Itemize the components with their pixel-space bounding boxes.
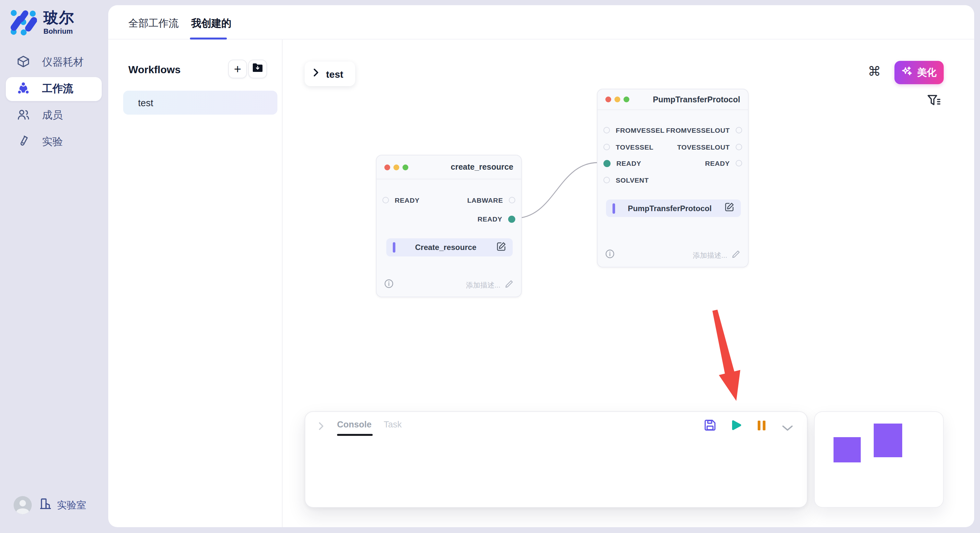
main-content: 全部工作流 我创建的 Workflows + test (108, 5, 974, 527)
node-title: create_resource (451, 163, 513, 171)
console-panel: Console Task (305, 411, 808, 508)
sidebar-item-members[interactable]: 成员 (6, 104, 102, 128)
input-port: READY (603, 159, 641, 167)
traffic-red (605, 97, 611, 102)
workflow-icon (17, 81, 30, 97)
port-handle-connected[interactable] (603, 160, 611, 167)
lab-switcher[interactable]: 实验室 (40, 497, 86, 513)
minimap-node-pump-transfer (874, 424, 902, 457)
node-pill[interactable]: Create_resource (386, 238, 513, 257)
output-port: READY (477, 215, 515, 223)
brand-name: 玻尔 (43, 10, 75, 25)
minimap[interactable] (814, 411, 944, 508)
chevron-right-icon[interactable] (318, 422, 324, 433)
sidebar: 玻尔 Bohrium 仪器耗材 (0, 0, 108, 533)
chevron-down-icon[interactable] (782, 422, 793, 434)
traffic-yellow (393, 164, 399, 170)
minimap-node-create-resource (834, 437, 861, 462)
edit-icon[interactable] (725, 202, 734, 214)
output-port: TOVESSELOUT (677, 143, 742, 151)
brand-subtitle: Bohrium (43, 28, 75, 35)
node-footer: 添加描述... (384, 279, 513, 291)
brand: 玻尔 Bohrium (10, 9, 75, 39)
tab-all-workflows[interactable]: 全部工作流 (128, 17, 178, 30)
save-icon[interactable] (704, 419, 716, 434)
traffic-green (624, 97, 629, 102)
console-tab-underline (337, 434, 373, 436)
import-workflow-button[interactable] (248, 60, 267, 78)
node-header: PumpTransferProtocol (598, 89, 748, 110)
sidebar-footer: 实验室 (14, 496, 86, 514)
port-handle[interactable] (509, 197, 515, 203)
traffic-green (402, 164, 408, 170)
sidebar-item-label: 成员 (42, 109, 63, 122)
input-port: TOVESSEL (603, 143, 653, 151)
port-handle[interactable] (736, 160, 742, 167)
port-handle[interactable] (603, 127, 610, 133)
info-icon[interactable] (384, 279, 393, 291)
breadcrumb-card[interactable]: test (305, 62, 355, 86)
sidebar-item-label: 实验 (42, 135, 63, 149)
pill-accent-bar (612, 203, 615, 213)
node-pump-transfer-protocol[interactable]: PumpTransferProtocol FROMVESSEL TOVESSEL… (597, 89, 749, 268)
breadcrumb-label: test (326, 68, 343, 79)
workflow-name: test (138, 97, 153, 108)
console-tab[interactable]: Console (337, 420, 372, 429)
tab-my-created[interactable]: 我创建的 (191, 17, 231, 30)
beautify-label: 美化 (917, 67, 937, 79)
members-icon (17, 108, 30, 124)
traffic-lights (384, 164, 408, 170)
port-handle[interactable] (736, 127, 742, 133)
annotation-arrow (712, 309, 740, 401)
port-handle[interactable] (603, 144, 610, 150)
port-handle[interactable] (736, 144, 742, 150)
command-icon[interactable]: ⌘ (868, 63, 881, 79)
node-footer: 添加描述... (605, 249, 740, 261)
input-port: FROMVESSEL (603, 126, 665, 134)
output-port: LABWARE (467, 196, 515, 204)
pencil-icon[interactable] (505, 279, 513, 291)
port-handle-connected[interactable] (508, 215, 515, 222)
input-port: READY (382, 196, 420, 204)
chevron-right-icon (313, 68, 319, 80)
sidebar-item-workflow[interactable]: 工作流 (6, 77, 102, 101)
box-icon (17, 55, 30, 70)
bohrium-logo-icon (10, 9, 37, 39)
output-port: READY (705, 159, 742, 167)
add-workflow-button[interactable]: + (228, 60, 247, 78)
building-icon (40, 497, 52, 513)
pause-icon[interactable] (757, 420, 766, 433)
node-pill[interactable]: PumpTransferProtocol (606, 200, 741, 217)
node-title: PumpTransferProtocol (653, 95, 740, 104)
traffic-yellow (614, 97, 620, 102)
sidebar-nav: 仪器耗材 工作流 (6, 51, 102, 154)
description-placeholder[interactable]: 添加描述... (693, 250, 727, 260)
plus-icon: + (234, 62, 241, 76)
node-header: create_resource (377, 155, 521, 179)
node-create-resource[interactable]: create_resource READY LABWARE READY Crea… (376, 155, 522, 297)
input-port: SOLVENT (603, 176, 649, 184)
info-icon[interactable] (605, 249, 614, 261)
sidebar-item-label: 工作流 (42, 82, 73, 96)
sidebar-item-experiment[interactable]: 实验 (6, 130, 102, 154)
avatar[interactable] (14, 496, 32, 514)
folder-download-icon (252, 63, 263, 75)
sidebar-item-instruments[interactable]: 仪器耗材 (6, 51, 102, 75)
sparkles-icon (902, 66, 913, 79)
port-handle[interactable] (382, 197, 389, 203)
traffic-red (384, 164, 390, 170)
filter-icon[interactable] (927, 94, 941, 109)
workflow-list-item[interactable]: test (123, 90, 277, 115)
workflow-canvas[interactable]: test ⌘ 美化 (283, 40, 974, 527)
beautify-button[interactable]: 美化 (894, 61, 944, 84)
play-icon[interactable] (730, 419, 742, 434)
port-handle[interactable] (603, 177, 610, 183)
edit-icon[interactable] (496, 241, 506, 254)
pill-accent-bar (393, 242, 395, 252)
task-tab[interactable]: Task (384, 420, 402, 429)
test-tube-icon (17, 134, 30, 150)
pencil-icon[interactable] (732, 249, 740, 261)
connection-edge (515, 163, 598, 218)
output-port: FROMVESSELOUT (666, 126, 742, 134)
description-placeholder[interactable]: 添加描述... (466, 280, 500, 290)
